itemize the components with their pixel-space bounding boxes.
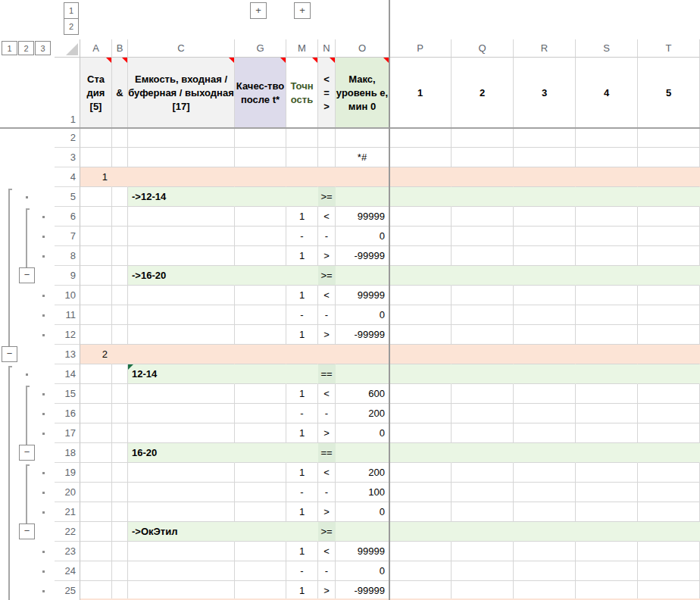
cell-B3[interactable] (112, 148, 128, 167)
cell-S16[interactable] (576, 404, 638, 423)
cell-B10[interactable] (112, 286, 128, 305)
cell-Q21[interactable] (452, 502, 514, 522)
cell-A9[interactable] (80, 266, 112, 286)
row-header-3[interactable]: 3 (55, 148, 80, 167)
cell-M6[interactable]: 1 (286, 207, 318, 227)
cell-Q16[interactable] (452, 404, 514, 423)
cell-Q8[interactable] (452, 246, 514, 266)
cell-G4[interactable] (235, 167, 286, 187)
cell-C18[interactable]: 16-20 (128, 443, 235, 463)
row-header-15[interactable]: 15 (55, 384, 80, 404)
cell-S13[interactable] (576, 345, 638, 364)
cell-R18[interactable] (514, 443, 576, 463)
cell-P18[interactable] (389, 443, 452, 463)
cell-R13[interactable] (514, 345, 576, 364)
row-header-16[interactable]: 16 (55, 404, 80, 423)
cell-M14[interactable] (286, 364, 318, 384)
cell-C3[interactable] (128, 148, 235, 167)
cell-R9[interactable] (514, 266, 576, 286)
cell-T14[interactable] (638, 364, 700, 384)
cell-M7[interactable]: - (286, 227, 318, 246)
cell-C11[interactable] (128, 305, 235, 325)
cell-T15[interactable] (638, 384, 700, 404)
cell-G9[interactable] (235, 266, 286, 286)
cell-N14[interactable]: == (318, 364, 336, 384)
cell-A15[interactable] (80, 384, 112, 404)
cell-O2[interactable] (336, 128, 389, 148)
cell-O9[interactable] (336, 266, 389, 286)
cell-G13[interactable] (235, 345, 286, 364)
cell-O8[interactable]: -99999 (336, 246, 389, 266)
cell-M16[interactable]: - (286, 404, 318, 423)
cell-O12[interactable]: -99999 (336, 325, 389, 345)
cell-G16[interactable] (235, 404, 286, 423)
cell-P6[interactable] (389, 207, 452, 227)
cell-M9[interactable] (286, 266, 318, 286)
cell-M15[interactable]: 1 (286, 384, 318, 404)
cell-A8[interactable] (80, 246, 112, 266)
row-header-18[interactable]: 18 (55, 443, 80, 463)
cell-M22[interactable] (286, 522, 318, 542)
cell-G24[interactable] (235, 561, 286, 581)
cell-R24[interactable] (514, 561, 576, 581)
cell-A4[interactable]: 1 (80, 167, 112, 187)
cell-R4[interactable] (514, 167, 576, 187)
cell-R21[interactable] (514, 502, 576, 522)
cell-B5[interactable] (112, 187, 128, 207)
cell-C4[interactable] (128, 167, 235, 187)
cell-T11[interactable] (638, 305, 700, 325)
cell-Q17[interactable] (452, 423, 514, 443)
cell-C10[interactable] (128, 286, 235, 305)
cell-S12[interactable] (576, 325, 638, 345)
cell-B19[interactable] (112, 463, 128, 483)
cell-G17[interactable] (235, 423, 286, 443)
cell-T17[interactable] (638, 423, 700, 443)
cell-O16[interactable]: 200 (336, 404, 389, 423)
cell-Q12[interactable] (452, 325, 514, 345)
cell-Q22[interactable] (452, 522, 514, 542)
cell-S19[interactable] (576, 463, 638, 483)
cell-A25[interactable] (80, 581, 112, 600)
cell-Q15[interactable] (452, 384, 514, 404)
cell-N24[interactable]: - (318, 561, 336, 581)
cell-T4[interactable] (638, 167, 700, 187)
cell-N6[interactable]: < (318, 207, 336, 227)
cell-M12[interactable]: 1 (286, 325, 318, 345)
column-header-R[interactable]: R (514, 39, 576, 58)
cell-G14[interactable] (235, 364, 286, 384)
cell-N25[interactable]: > (318, 581, 336, 600)
cell-M24[interactable]: - (286, 561, 318, 581)
cell-P7[interactable] (389, 227, 452, 246)
cell-M17[interactable]: 1 (286, 423, 318, 443)
cell-C17[interactable] (128, 423, 235, 443)
cell-S20[interactable] (576, 483, 638, 502)
cell-R7[interactable] (514, 227, 576, 246)
cell-O20[interactable]: 100 (336, 483, 389, 502)
cell-N20[interactable]: - (318, 483, 336, 502)
cell-T23[interactable] (638, 542, 700, 561)
cell-Q11[interactable] (452, 305, 514, 325)
cell-Q7[interactable] (452, 227, 514, 246)
cell-O23[interactable]: 99999 (336, 542, 389, 561)
cell-T10[interactable] (638, 286, 700, 305)
cell-M23[interactable]: 1 (286, 542, 318, 561)
cell-S25[interactable] (576, 581, 638, 600)
row-header-4[interactable]: 4 (55, 167, 80, 187)
cell-T18[interactable] (638, 443, 700, 463)
cell-S9[interactable] (576, 266, 638, 286)
cell-T25[interactable] (638, 581, 700, 600)
column-header-M[interactable]: M (286, 39, 318, 58)
cell-P19[interactable] (389, 463, 452, 483)
cell-O22[interactable] (336, 522, 389, 542)
cell-Q1[interactable]: 2 (452, 58, 514, 128)
cell-T5[interactable] (638, 187, 700, 207)
cell-C24[interactable] (128, 561, 235, 581)
cell-G20[interactable] (235, 483, 286, 502)
cell-A10[interactable] (80, 286, 112, 305)
cell-S8[interactable] (576, 246, 638, 266)
cell-O4[interactable] (336, 167, 389, 187)
cell-S18[interactable] (576, 443, 638, 463)
cell-C19[interactable] (128, 463, 235, 483)
cell-Q2[interactable] (452, 128, 514, 148)
cell-C22[interactable]: ->ОкЭтил (128, 522, 235, 542)
